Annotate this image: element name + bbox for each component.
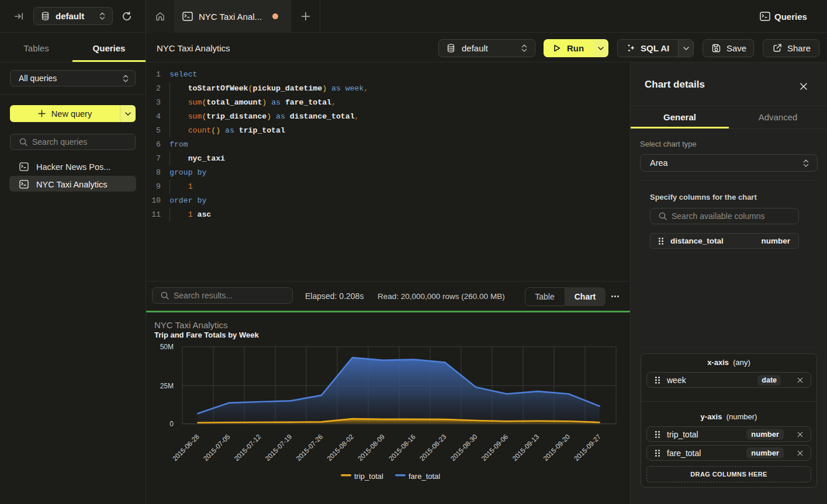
svg-text:2015-08-16: 2015-08-16 [387, 433, 417, 462]
svg-text:2015-07-05: 2015-07-05 [202, 433, 231, 462]
svg-text:2015-09-06: 2015-09-06 [480, 433, 509, 462]
svg-text:2015-07-12: 2015-07-12 [233, 433, 262, 462]
svg-text:50M: 50M [160, 343, 174, 351]
svg-text:2015-08-23: 2015-08-23 [418, 433, 448, 462]
svg-text:2015-09-20: 2015-09-20 [542, 433, 571, 462]
svg-text:25M: 25M [160, 382, 174, 390]
svg-text:2015-06-28: 2015-06-28 [171, 433, 200, 462]
svg-text:2015-07-26: 2015-07-26 [295, 433, 324, 462]
svg-text:2015-07-19: 2015-07-19 [264, 433, 293, 462]
svg-text:2015-08-09: 2015-08-09 [357, 433, 386, 462]
svg-text:Trip and Fare Totals by Week: Trip and Fare Totals by Week [154, 331, 259, 339]
svg-text:2015-09-13: 2015-09-13 [511, 433, 540, 462]
svg-text:0: 0 [169, 420, 174, 428]
svg-text:fare_total: fare_total [409, 472, 440, 481]
svg-text:2015-09-27: 2015-09-27 [573, 433, 602, 462]
svg-text:2015-08-02: 2015-08-02 [326, 433, 355, 462]
svg-text:2015-08-30: 2015-08-30 [449, 433, 479, 462]
svg-text:NYC Taxi Analytics: NYC Taxi Analytics [154, 320, 228, 330]
svg-text:trip_total: trip_total [354, 472, 383, 481]
